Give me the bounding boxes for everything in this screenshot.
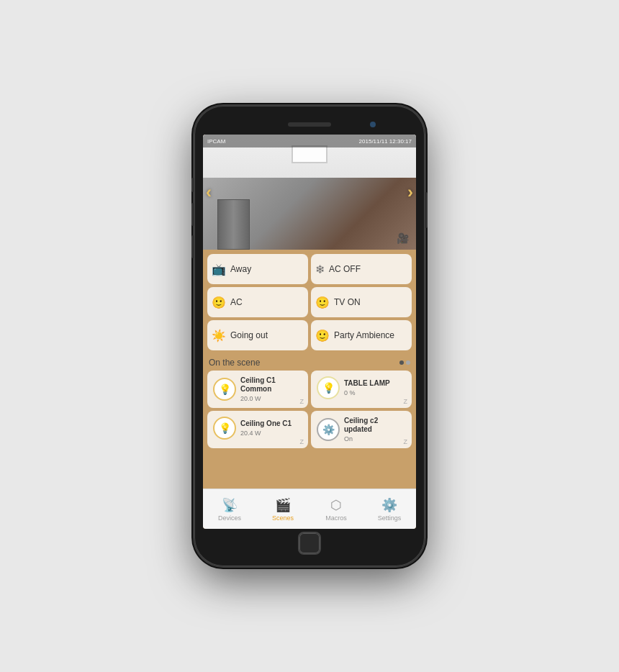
- device-ceiling-one-c1[interactable]: 💡 Ceiling One C1 20.4 W Z: [207, 411, 308, 448]
- away-label: Away: [230, 264, 251, 274]
- ac-icon: 🙂: [212, 296, 226, 309]
- phone-speaker: [288, 122, 331, 127]
- z-icon-4: Z: [404, 438, 408, 445]
- settings-icon: ⚙️: [381, 497, 397, 513]
- device-info-1: Ceiling C1 Common 20.0 W: [240, 376, 302, 402]
- camera-label-left: IPCAM: [207, 138, 225, 145]
- tv-on-label: TV ON: [334, 297, 361, 307]
- nav-devices[interactable]: 📡 Devices: [203, 497, 256, 522]
- device-card-top-3: 💡 Ceiling One C1 20.4 W: [213, 417, 292, 440]
- devices-icon: 📡: [222, 497, 238, 513]
- scene-tv-on[interactable]: 🙂 TV ON: [311, 287, 412, 317]
- device-ceiling-c2-updated[interactable]: ⚙️ Ceiling c2 updated On Z: [311, 411, 412, 448]
- scenes-icon: 🎬: [275, 497, 291, 513]
- volume-up-button: [191, 203, 194, 226]
- home-button[interactable]: [298, 532, 321, 555]
- on-the-scene-title: On the scene: [209, 358, 260, 368]
- z-icon-1: Z: [300, 398, 304, 405]
- bottom-nav: 📡 Devices 🎬 Scenes ⬡ Macros ⚙️ Settings: [203, 489, 416, 529]
- phone-top-bar: [200, 114, 419, 135]
- macros-icon: ⬡: [330, 497, 342, 513]
- scene-ac[interactable]: 🙂 AC: [207, 287, 308, 317]
- device-info-2: TABLE LAMP 0 %: [344, 379, 390, 396]
- device-status-3: 20.4 W: [240, 430, 292, 437]
- device-info-3: Ceiling One C1 20.4 W: [240, 419, 292, 437]
- device-card-top-4: ⚙️ Ceiling c2 updated On: [317, 417, 406, 442]
- dot-2: [406, 360, 410, 365]
- on-the-scene-header: On the scene: [207, 355, 412, 371]
- tv-on-icon: 🙂: [315, 296, 330, 309]
- ceiling-c2-icon: ⚙️: [317, 418, 340, 441]
- device-table-lamp[interactable]: 💡 TABLE LAMP 0 % Z: [311, 371, 412, 408]
- camera-nav-right[interactable]: ›: [407, 182, 413, 202]
- camera-timestamp: 2015/11/11 12:30:17: [359, 138, 412, 145]
- dot-1: [399, 360, 404, 365]
- front-camera: [370, 122, 376, 127]
- pagination-dots: [399, 360, 410, 365]
- party-icon: 🙂: [315, 329, 330, 342]
- scene-away[interactable]: 📺 Away: [207, 254, 308, 284]
- phone-bottom: [200, 529, 419, 558]
- ac-off-icon: ❄: [315, 263, 325, 276]
- device-status-1: 20.0 W: [240, 395, 302, 402]
- camera-feed: IPCAM 2015/11/11 12:30:17 ‹ › 🎥: [203, 135, 416, 250]
- going-out-label: Going out: [230, 330, 268, 340]
- away-icon: 📺: [212, 263, 226, 276]
- scenes-label: Scenes: [272, 514, 294, 522]
- device-ceiling-c1-common[interactable]: 💡 Ceiling C1 Common 20.0 W Z: [207, 371, 308, 408]
- devices-grid: 💡 Ceiling C1 Common 20.0 W Z 💡 TABLE LAM…: [207, 371, 412, 448]
- z-icon-2: Z: [404, 398, 408, 405]
- device-card-top-2: 💡 TABLE LAMP 0 %: [317, 376, 390, 399]
- camera-feed-inner: [203, 135, 416, 250]
- device-status-4: On: [344, 435, 406, 442]
- nav-settings[interactable]: ⚙️ Settings: [363, 497, 416, 522]
- device-info-4: Ceiling c2 updated On: [344, 417, 406, 442]
- macros-label: Macros: [325, 514, 347, 522]
- ceiling-one-icon: 💡: [213, 417, 236, 440]
- record-icon[interactable]: 🎥: [397, 232, 409, 244]
- phone-screen: IPCAM 2015/11/11 12:30:17 ‹ › 🎥 📺 Away ❄…: [203, 135, 416, 529]
- camera-overlay-bar: IPCAM 2015/11/11 12:30:17: [203, 135, 416, 147]
- phone-frame: IPCAM 2015/11/11 12:30:17 ‹ › 🎥 📺 Away ❄…: [194, 106, 425, 566]
- device-name-1: Ceiling C1 Common: [240, 376, 302, 394]
- ceiling-c1-icon: 💡: [213, 378, 236, 401]
- device-name-4: Ceiling c2 updated: [344, 417, 406, 434]
- power-button: [425, 192, 428, 228]
- ac-label: AC: [230, 297, 243, 307]
- room-light: [292, 145, 327, 163]
- room-door: [217, 199, 250, 250]
- table-lamp-icon: 💡: [317, 376, 340, 399]
- scene-ac-off[interactable]: ❄ AC OFF: [311, 254, 412, 284]
- device-name-3: Ceiling One C1: [240, 419, 292, 428]
- camera-nav-left[interactable]: ‹: [206, 182, 212, 202]
- settings-label: Settings: [378, 514, 402, 522]
- volume-down-button: [191, 235, 194, 258]
- scenes-grid: 📺 Away ❄ AC OFF 🙂 AC 🙂 TV ON ☀️: [207, 254, 412, 350]
- devices-label: Devices: [218, 514, 241, 522]
- nav-scenes[interactable]: 🎬 Scenes: [256, 497, 310, 522]
- ac-off-label: AC OFF: [329, 264, 361, 274]
- z-icon-3: Z: [300, 438, 304, 445]
- nav-macros[interactable]: ⬡ Macros: [310, 497, 363, 522]
- device-name-2: TABLE LAMP: [344, 379, 390, 388]
- scene-going-out[interactable]: ☀️ Going out: [207, 320, 308, 350]
- party-label: Party Ambience: [334, 330, 394, 340]
- device-card-top-1: 💡 Ceiling C1 Common 20.0 W: [213, 376, 302, 402]
- mute-button: [191, 178, 194, 192]
- scenes-section: 📺 Away ❄ AC OFF 🙂 AC 🙂 TV ON ☀️: [203, 250, 416, 489]
- going-out-icon: ☀️: [212, 329, 226, 342]
- device-status-2: 0 %: [344, 389, 390, 396]
- scene-party-ambience[interactable]: 🙂 Party Ambience: [311, 320, 412, 350]
